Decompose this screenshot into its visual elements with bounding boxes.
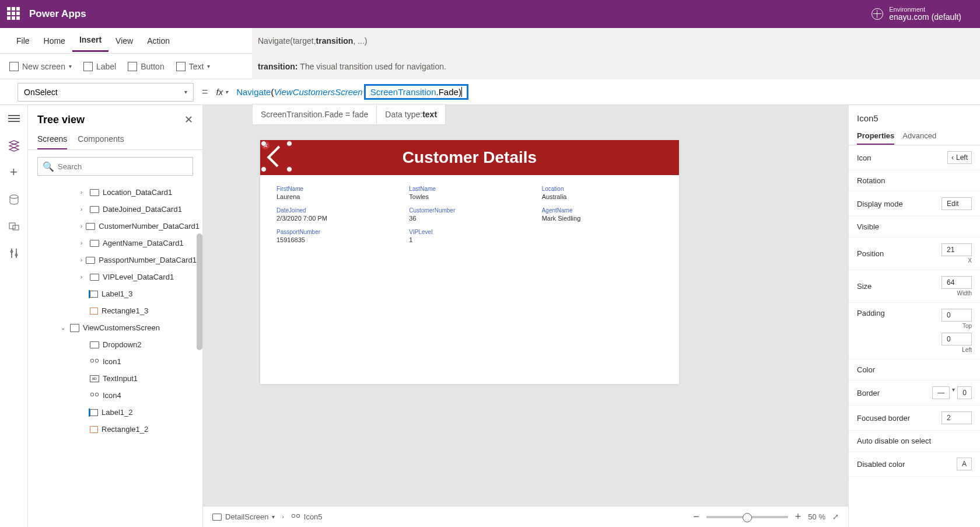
resize-handle[interactable]: [286, 166, 292, 172]
app-launcher-icon[interactable]: [7, 7, 21, 21]
tree-item[interactable]: ›PassportNumber_DataCard1: [28, 252, 202, 268]
media-icon[interactable]: [8, 221, 20, 232]
canvas[interactable]: ✕ Customer Details FirstNameLaurena Last…: [203, 105, 848, 527]
ribbon: New screen ▾ Label Button Text ▾ transit…: [0, 54, 980, 79]
tree-item[interactable]: Icon4: [28, 387, 202, 404]
screen-preview[interactable]: ✕ Customer Details FirstNameLaurena Last…: [260, 140, 679, 384]
icon-control-icon: [291, 514, 300, 521]
menu-view[interactable]: View: [108, 30, 140, 51]
rectangle-icon: [90, 426, 98, 433]
menu-insert[interactable]: Insert: [72, 29, 108, 52]
hamburger-icon[interactable]: [8, 113, 20, 125]
prop-border[interactable]: Border —▾ 0: [849, 381, 980, 406]
tree-item[interactable]: Rectangle1_3: [28, 302, 202, 319]
menu-bar: File Home Insert View Action Navigate(ta…: [0, 28, 980, 54]
icon-control-icon: [90, 358, 99, 365]
search-icon: 🔍: [43, 161, 54, 172]
tree-item[interactable]: ›AgentName_DataCard1: [28, 235, 202, 252]
prop-color[interactable]: Color: [849, 360, 980, 381]
formula-bar: OnSelect ▾ = fx ▾ Navigate(ViewCustomers…: [0, 79, 980, 105]
button-button[interactable]: Button: [128, 62, 164, 71]
tab-advanced[interactable]: Advanced: [902, 128, 936, 145]
resize-handle[interactable]: [261, 166, 267, 172]
prop-position[interactable]: Position 21X: [849, 238, 980, 270]
tree-list[interactable]: ›Location_DataCard1 ›DateJoined_DataCard…: [28, 183, 202, 527]
zoom-slider[interactable]: [706, 516, 788, 518]
icon-control-icon: [90, 392, 99, 399]
menu-action[interactable]: Action: [140, 30, 177, 51]
tree-search[interactable]: 🔍: [37, 157, 193, 176]
search-input[interactable]: [58, 162, 188, 171]
fit-screen-icon[interactable]: ⤢: [832, 512, 839, 521]
tree-view-icon[interactable]: [8, 140, 20, 152]
app-title: Power Apps: [29, 8, 86, 20]
add-icon[interactable]: +: [8, 167, 20, 179]
tree-item[interactable]: Label1_2: [28, 404, 202, 421]
tree-item[interactable]: Dropdown2: [28, 336, 202, 353]
equals-sign: =: [194, 86, 216, 98]
close-icon[interactable]: ✕: [184, 113, 193, 126]
screen-icon: [70, 324, 79, 332]
label-icon: [83, 62, 93, 71]
tab-components[interactable]: Components: [78, 130, 124, 149]
prop-visible[interactable]: Visible: [849, 217, 980, 238]
tree-item-screen[interactable]: ⌄ViewCustomersScreen: [28, 319, 202, 336]
datacard-icon: [90, 206, 99, 213]
chevron-left-icon: [267, 146, 289, 167]
new-screen-button[interactable]: New screen ▾: [9, 62, 72, 71]
tools-icon[interactable]: [8, 247, 20, 259]
label-button[interactable]: Label: [83, 62, 116, 71]
svg-rect-2: [13, 225, 19, 230]
datacard-icon: [86, 223, 95, 230]
menu-file[interactable]: File: [9, 30, 37, 51]
rectangle-icon: [90, 308, 98, 315]
chevron-down-icon: ▾: [69, 63, 72, 69]
label-icon: [90, 291, 98, 298]
breadcrumb-selected[interactable]: Icon5: [291, 512, 323, 521]
prop-padding[interactable]: Padding 0Top 0Left: [849, 303, 980, 360]
prop-icon[interactable]: Icon ‹Left: [849, 145, 980, 170]
tree-item[interactable]: ›DateJoined_DataCard1: [28, 201, 202, 218]
globe-icon: [872, 8, 883, 20]
formula-result: ScreenTransition.Fade = fade Data type: …: [252, 104, 446, 125]
breadcrumb-bar: DetailScreen ▾ › Icon5 − + 50 % ⤢: [203, 506, 848, 527]
tree-item[interactable]: abTextInput1: [28, 370, 202, 387]
properties-panel: Icon5 Properties Advanced Icon ‹Left Rot…: [848, 105, 980, 527]
tab-screens[interactable]: Screens: [37, 130, 67, 149]
tree-item[interactable]: Icon1: [28, 353, 202, 370]
prop-rotation[interactable]: Rotation: [849, 170, 980, 191]
prop-size[interactable]: Size 64Width: [849, 270, 980, 303]
zoom-in-button[interactable]: +: [795, 511, 802, 523]
chevron-down-icon: ▾: [272, 514, 275, 520]
screen-icon: [212, 514, 222, 521]
fx-icon[interactable]: fx ▾: [216, 87, 232, 97]
zoom-out-button[interactable]: −: [693, 511, 699, 523]
scrollbar[interactable]: [197, 233, 202, 350]
resize-handle[interactable]: [261, 141, 267, 146]
screen-header: ✕ Customer Details: [260, 140, 679, 175]
property-selector[interactable]: OnSelect ▾: [18, 83, 194, 102]
tree-item[interactable]: ›CustomerNumber_DataCard1: [28, 218, 202, 235]
menu-home[interactable]: Home: [37, 30, 72, 51]
environment-label: Environment: [889, 6, 961, 13]
formula-input[interactable]: Navigate(ViewCustomersScreen ScreenTrans…: [232, 79, 980, 105]
label-icon: [90, 409, 98, 416]
datacard-icon: [90, 274, 99, 281]
tree-item[interactable]: Label1_3: [28, 285, 202, 302]
prop-focused-border[interactable]: Focused border 2: [849, 406, 980, 431]
tab-properties[interactable]: Properties: [857, 128, 894, 145]
data-icon[interactable]: [8, 194, 20, 205]
environment-picker[interactable]: Environment enayu.com (default): [872, 6, 961, 22]
breadcrumb-screen[interactable]: DetailScreen ▾: [212, 512, 275, 521]
text-icon: [176, 62, 186, 71]
environment-value: enayu.com (default): [889, 13, 961, 22]
prop-display-mode[interactable]: Display mode Edit: [849, 191, 980, 217]
tree-item[interactable]: Rectangle1_2: [28, 421, 202, 438]
selected-back-icon[interactable]: ✕: [264, 144, 289, 169]
prop-disabled-color[interactable]: Disabled color A: [849, 452, 980, 477]
tree-item[interactable]: ›VIPLevel_DataCard1: [28, 268, 202, 285]
resize-handle[interactable]: [286, 141, 292, 146]
text-button[interactable]: Text ▾: [176, 62, 211, 71]
tree-item[interactable]: ›Location_DataCard1: [28, 184, 202, 201]
prop-auto-disable[interactable]: Auto disable on select: [849, 431, 980, 452]
